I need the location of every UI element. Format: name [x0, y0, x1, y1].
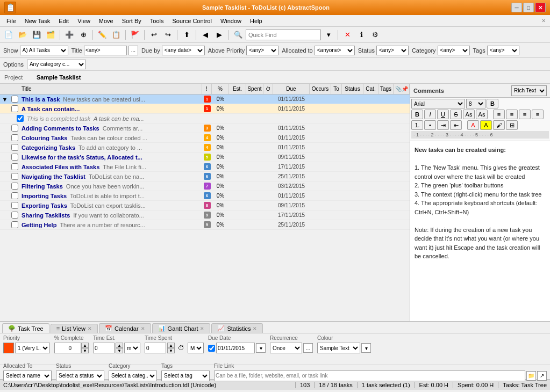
align-right-btn[interactable]: ≡	[519, 110, 531, 119]
task-row[interactable]: Importing TasksToDoList is able to impor…	[0, 191, 410, 201]
ol-btn[interactable]: 1.	[411, 120, 423, 130]
task-checkbox[interactable]	[17, 115, 24, 122]
menu-window[interactable]: Window	[216, 17, 246, 25]
status-select2[interactable]: Select a status	[56, 371, 104, 381]
tab-list-view[interactable]: ≡ List View ✕	[51, 324, 98, 333]
settings-button[interactable]: ⚙	[369, 29, 382, 41]
file-link-go[interactable]: ↗	[537, 371, 547, 381]
percent-up[interactable]: ▲	[81, 343, 89, 348]
title-filter-browse[interactable]: ...	[128, 46, 138, 55]
above-priority-select[interactable]: <any>	[246, 46, 278, 55]
menu-tools[interactable]: Tools	[146, 17, 168, 25]
task-row[interactable]: Likewise for the task's Status, Allocate…	[0, 153, 410, 162]
task-row[interactable]: Categorizing TasksTo add an category to …	[0, 143, 410, 153]
underline-btn[interactable]: U	[437, 110, 449, 119]
task-row[interactable]: Getting HelpThere are a number of resour…	[0, 220, 410, 230]
copy-button[interactable]: 📋	[110, 29, 123, 41]
ul-btn[interactable]: •	[424, 120, 436, 130]
superscript-btn[interactable]: As	[463, 110, 475, 119]
task-row[interactable]: Adding Comments to TasksComments ar...30…	[0, 124, 410, 133]
table-btn[interactable]: ⊞	[506, 120, 518, 130]
save-all-button[interactable]: 🗂️	[44, 29, 57, 41]
find-button[interactable]: 🔍	[232, 29, 245, 41]
task-checkbox[interactable]	[11, 163, 18, 170]
open-button[interactable]: 📂	[16, 29, 29, 41]
due-date-checkbox[interactable]	[208, 345, 215, 352]
percent-down[interactable]: ▼	[81, 348, 89, 353]
time-est-up[interactable]: ▲	[116, 343, 123, 348]
comments-content[interactable]: New tasks can be created using: 1. The '…	[410, 141, 550, 321]
task-row[interactable]: Associated Files with TasksThe File Link…	[0, 162, 410, 172]
dueby-select[interactable]: <any date>	[162, 46, 205, 55]
due-date-picker[interactable]: ▾	[256, 343, 266, 353]
menu-sort-by[interactable]: Sort By	[118, 17, 146, 25]
colour-picker[interactable]: ▾	[361, 343, 371, 353]
recurrence-options[interactable]: ...	[303, 343, 313, 353]
priority-select[interactable]: 1 (Very L...	[15, 343, 50, 353]
bold-button[interactable]: B	[487, 99, 498, 108]
redo-button[interactable]: ↪	[161, 29, 174, 41]
task-checkbox[interactable]	[11, 154, 18, 161]
add-task-button[interactable]: ➕	[63, 29, 76, 41]
task-checkbox[interactable]	[11, 125, 18, 132]
tags-select[interactable]: <any>	[487, 46, 519, 55]
task-checkbox[interactable]	[11, 173, 18, 180]
category-select[interactable]: <any>	[438, 46, 470, 55]
tab-calendar[interactable]: 📅 Calendar ✕	[99, 323, 151, 333]
bold-btn2[interactable]: B	[411, 110, 423, 119]
time-est-unit[interactable]: m h d	[124, 343, 140, 353]
menu-file[interactable]: File	[2, 17, 20, 25]
indent-btn[interactable]: ⇥	[437, 120, 449, 130]
task-row[interactable]: Exporting TasksToDoList can export taskl…	[0, 201, 410, 210]
task-checkbox[interactable]	[11, 192, 18, 199]
status-select[interactable]: <any>	[376, 46, 409, 55]
due-date-input[interactable]	[216, 343, 255, 353]
forward-button[interactable]: ▶	[213, 29, 226, 41]
search-options-button[interactable]: ▾	[322, 29, 335, 41]
tags-select2[interactable]: Select a tag	[161, 371, 210, 381]
save-button[interactable]: 💾	[30, 29, 43, 41]
delete-button[interactable]: ✕	[341, 29, 354, 41]
menu-edit[interactable]: Edit	[54, 17, 73, 25]
show-select[interactable]: A) All Tasks	[20, 46, 68, 55]
task-checkbox[interactable]	[11, 212, 18, 219]
tab-statistics[interactable]: 📈 Statistics ✕	[211, 323, 263, 333]
task-checkbox[interactable]	[11, 134, 18, 141]
category-select2[interactable]: Select a categ...	[109, 371, 157, 381]
task-checkbox[interactable]	[11, 221, 18, 228]
task-row[interactable]: This is a completed taskA task can be ma…	[0, 114, 410, 124]
paint-btn[interactable]: 🖌	[493, 120, 505, 130]
time-spent-down[interactable]: ▼	[167, 348, 175, 353]
task-checkbox[interactable]	[11, 183, 18, 190]
task-checkbox[interactable]	[11, 105, 18, 112]
align-center-btn[interactable]: ≡	[506, 110, 518, 119]
task-row[interactable]: A Task can contain...10%01/11/2015	[0, 104, 410, 114]
recurrence-select[interactable]: Once Daily Weekly	[270, 343, 302, 353]
back-button[interactable]: ◀	[199, 29, 212, 41]
tab-statistics-close[interactable]: ✕	[253, 326, 257, 331]
close-button[interactable]: ✕	[535, 3, 546, 12]
menu-help[interactable]: Help	[246, 17, 267, 25]
time-spent-up[interactable]: ▲	[167, 343, 175, 348]
time-spent-unit[interactable]: M h d	[188, 343, 204, 353]
font-size-select[interactable]: 8	[466, 99, 485, 108]
expand-icon[interactable]: ▼	[0, 96, 10, 103]
add-subtask-button[interactable]: ⊕	[77, 29, 90, 41]
align-left-btn[interactable]: ≡	[493, 110, 505, 119]
tab-list-view-close[interactable]: ✕	[88, 326, 92, 331]
task-list-body[interactable]: ▼This is a TaskNew tasks can be created …	[0, 95, 410, 321]
tab-gantt-chart[interactable]: 📊 Gantt Chart ✕	[152, 323, 211, 333]
minimize-button[interactable]: ─	[511, 3, 522, 12]
undo-button[interactable]: ↩	[147, 29, 160, 41]
allocated-to-select2[interactable]: Select a name	[3, 371, 52, 381]
colour-select[interactable]: Sample Text	[317, 343, 360, 353]
task-checkbox[interactable]	[11, 144, 18, 151]
task-checkbox[interactable]	[11, 202, 18, 209]
outdent-btn[interactable]: ⇤	[450, 120, 462, 130]
task-row[interactable]: ▼This is a TaskNew tasks can be created …	[0, 95, 410, 104]
menu-view[interactable]: View	[73, 17, 95, 25]
close-doc[interactable]: ✕	[541, 18, 548, 24]
task-row[interactable]: Filtering TasksOnce you have been workin…	[0, 182, 410, 191]
color-btn[interactable]: A	[467, 120, 479, 130]
maximize-button[interactable]: □	[523, 3, 534, 12]
